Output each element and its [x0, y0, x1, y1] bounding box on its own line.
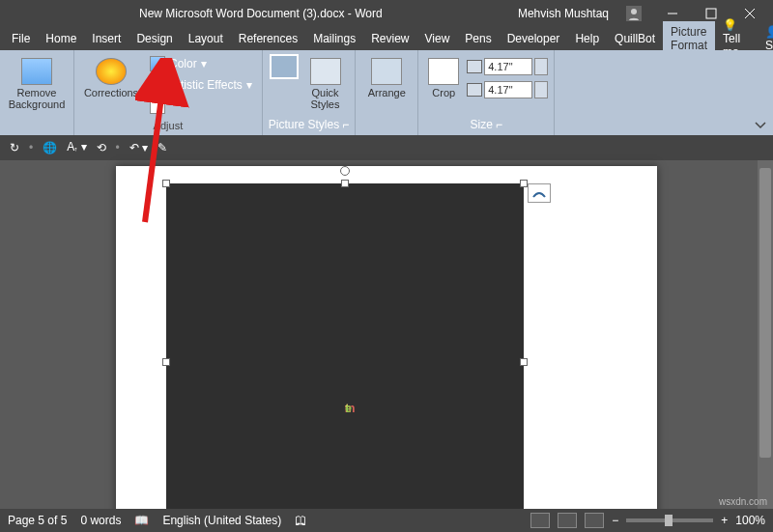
selected-picture[interactable]: mte	[166, 183, 524, 532]
tab-insert[interactable]: Insert	[84, 28, 129, 49]
watermark: wsxdn.com	[719, 496, 767, 507]
group-arrange: Arrange	[356, 50, 418, 135]
corrections-icon	[96, 58, 127, 85]
height-input[interactable]	[484, 58, 532, 75]
width-spinner[interactable]	[534, 81, 548, 98]
user-avatar-icon[interactable]	[615, 0, 653, 27]
zoom-out-button[interactable]: −	[612, 514, 618, 527]
vertical-scrollbar[interactable]	[758, 160, 773, 509]
qat-separator: •	[116, 141, 120, 154]
tab-view[interactable]: View	[417, 28, 458, 49]
group-picture-styles-label: Picture Styles ⌐	[269, 118, 349, 133]
page-indicator[interactable]: Page 5 of 5	[8, 514, 67, 527]
tab-references[interactable]: References	[231, 28, 305, 49]
group-picture-styles: Quick Styles Picture Styles ⌐	[263, 50, 356, 135]
group-size: Crop Size ⌐	[418, 50, 555, 135]
tab-developer[interactable]: Developer	[500, 28, 568, 49]
crop-icon	[428, 58, 459, 85]
annotation-arrow	[135, 58, 193, 232]
quick-access-toolbar: ↻ • 🌐 Aꜛ ▾ ⟲ • ↶ ▾ ✎	[0, 135, 773, 160]
style-thumb-1[interactable]	[270, 54, 299, 79]
web-layout-button[interactable]	[585, 513, 604, 528]
corrections-button[interactable]: Corrections	[80, 54, 142, 102]
collapse-ribbon-button[interactable]	[754, 120, 767, 133]
user-name[interactable]: Mehvish Mushtaq	[518, 7, 609, 20]
title-bar: New Microsoft Word Document (3).docx - W…	[0, 0, 773, 27]
arrange-button[interactable]: Arrange	[361, 54, 412, 102]
layout-options-button[interactable]	[528, 183, 551, 203]
qat-separator: •	[29, 141, 33, 154]
status-bar: Page 5 of 5 0 words 📖 English (United St…	[0, 509, 773, 532]
group-remove-background: Remove Background	[0, 50, 74, 135]
width-input-row	[467, 81, 548, 98]
logo-m: m	[345, 402, 346, 415]
tab-mailings[interactable]: Mailings	[305, 28, 363, 49]
tab-help[interactable]: Help	[567, 28, 607, 49]
print-layout-button[interactable]	[558, 513, 577, 528]
height-icon	[467, 60, 482, 73]
remove-background-icon	[21, 58, 52, 85]
remove-background-button[interactable]: Remove Background	[6, 54, 68, 114]
quick-styles-button[interactable]: Quick Styles	[302, 54, 349, 114]
corrections-label: Corrections	[84, 87, 138, 98]
tab-quillbot[interactable]: QuillBot	[607, 28, 663, 49]
document-title: New Microsoft Word Document (3).docx - W…	[139, 7, 383, 20]
dialog-launcher-icon[interactable]: ⌐	[496, 118, 502, 131]
rotation-handle[interactable]	[340, 166, 350, 176]
svg-line-7	[145, 75, 164, 222]
remove-background-label: Remove Background	[9, 87, 66, 110]
arrange-label: Arrange	[368, 87, 406, 98]
resize-handle-ne[interactable]	[520, 180, 528, 187]
tab-pens[interactable]: Pens	[457, 28, 499, 49]
spellcheck-icon[interactable]: 📖	[134, 514, 149, 527]
chevron-down-icon: ▾	[246, 78, 252, 92]
zoom-level[interactable]: 100%	[735, 514, 765, 527]
zoom-in-button[interactable]: +	[721, 514, 728, 527]
tab-layout[interactable]: Layout	[181, 28, 231, 49]
crop-button[interactable]: Crop	[424, 54, 463, 102]
ribbon: Remove Background Corrections Color ▾ Ar…	[0, 50, 773, 135]
qat-font-button[interactable]: Aꜛ ▾	[67, 140, 86, 155]
tab-design[interactable]: Design	[129, 28, 180, 49]
group-size-label: Size ⌐	[471, 118, 502, 133]
zoom-slider-thumb[interactable]	[665, 515, 673, 526]
qat-button-2[interactable]: ⟲	[97, 141, 106, 154]
width-icon	[467, 83, 482, 97]
resize-handle-w[interactable]	[162, 358, 170, 366]
resize-handle-n[interactable]	[341, 180, 349, 187]
accessibility-icon[interactable]: 🕮	[295, 514, 306, 527]
width-input[interactable]	[484, 81, 532, 98]
resize-handle-e[interactable]	[520, 358, 528, 366]
quick-styles-icon	[310, 58, 341, 85]
arrange-icon	[371, 58, 402, 85]
read-mode-button[interactable]	[530, 513, 550, 528]
language-indicator[interactable]: English (United States)	[162, 514, 281, 527]
zoom-slider[interactable]	[626, 518, 713, 522]
quick-styles-label: Quick Styles	[311, 87, 340, 110]
qat-button-1[interactable]: 🌐	[43, 141, 57, 154]
tab-home[interactable]: Home	[38, 28, 84, 49]
chevron-down-icon: ▾	[201, 57, 207, 70]
logo-text: mte	[345, 279, 346, 446]
height-spinner[interactable]	[534, 58, 548, 75]
document-area[interactable]: mte	[0, 160, 773, 509]
scrollbar-thumb[interactable]	[759, 168, 771, 458]
tab-file[interactable]: File	[4, 28, 38, 49]
ribbon-tabs: File Home Insert Design Layout Reference…	[0, 27, 773, 50]
word-count[interactable]: 0 words	[80, 514, 121, 527]
dialog-launcher-icon[interactable]: ⌐	[342, 118, 349, 131]
crop-label: Crop	[432, 87, 455, 98]
svg-point-1	[631, 9, 637, 14]
page[interactable]: mte	[116, 166, 657, 532]
height-input-row	[467, 58, 548, 75]
redo-button[interactable]: ↻	[10, 141, 19, 154]
tab-review[interactable]: Review	[363, 28, 416, 49]
